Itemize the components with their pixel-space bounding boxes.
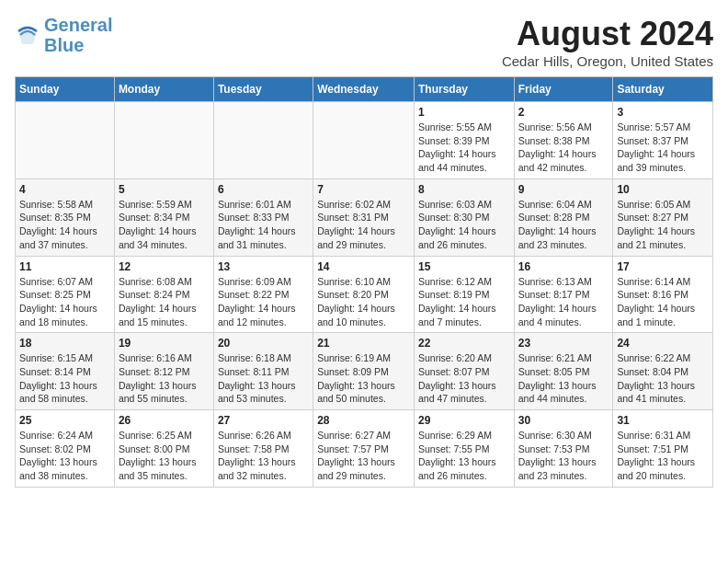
day-info: Sunrise: 6:10 AM Sunset: 8:20 PM Dayligh… <box>317 275 410 329</box>
day-info: Sunrise: 6:09 AM Sunset: 8:22 PM Dayligh… <box>218 275 309 329</box>
day-number: 14 <box>317 260 410 273</box>
day-number: 8 <box>418 183 510 196</box>
calendar-header: Sunday Monday Tuesday Wednesday Thursday… <box>16 77 713 102</box>
day-number: 15 <box>418 260 510 273</box>
calendar-cell: 24Sunrise: 6:22 AM Sunset: 8:04 PM Dayli… <box>613 333 713 410</box>
day-number: 7 <box>317 183 410 196</box>
day-number: 27 <box>218 414 309 427</box>
day-number: 24 <box>617 337 709 350</box>
day-info: Sunrise: 5:56 AM Sunset: 8:38 PM Dayligh… <box>518 121 609 175</box>
day-number: 28 <box>317 414 410 427</box>
calendar-cell: 3Sunrise: 5:57 AM Sunset: 8:37 PM Daylig… <box>613 102 713 179</box>
day-info: Sunrise: 6:20 AM Sunset: 8:07 PM Dayligh… <box>418 351 510 406</box>
calendar-week-5: 25Sunrise: 6:24 AM Sunset: 8:02 PM Dayli… <box>16 410 713 488</box>
calendar-cell: 26Sunrise: 6:25 AM Sunset: 8:00 PM Dayli… <box>114 410 213 488</box>
calendar-body: 1Sunrise: 5:55 AM Sunset: 8:39 PM Daylig… <box>16 102 713 488</box>
calendar-cell: 15Sunrise: 6:12 AM Sunset: 8:19 PM Dayli… <box>414 256 514 333</box>
day-number: 19 <box>119 337 210 350</box>
calendar-cell: 4Sunrise: 5:58 AM Sunset: 8:35 PM Daylig… <box>16 178 115 256</box>
col-sunday: Sunday <box>16 77 115 102</box>
col-wednesday: Wednesday <box>313 77 415 102</box>
day-info: Sunrise: 6:22 AM Sunset: 8:04 PM Dayligh… <box>617 351 709 406</box>
calendar-cell: 1Sunrise: 5:55 AM Sunset: 8:39 PM Daylig… <box>414 102 514 179</box>
calendar-cell: 31Sunrise: 6:31 AM Sunset: 7:51 PM Dayli… <box>613 410 713 488</box>
day-number: 30 <box>518 414 609 427</box>
day-number: 29 <box>418 414 510 427</box>
day-number: 4 <box>19 183 110 196</box>
day-info: Sunrise: 6:08 AM Sunset: 8:24 PM Dayligh… <box>119 275 210 329</box>
calendar-cell <box>213 102 313 179</box>
day-info: Sunrise: 6:27 AM Sunset: 7:57 PM Dayligh… <box>317 429 410 483</box>
calendar-cell: 20Sunrise: 6:18 AM Sunset: 8:11 PM Dayli… <box>213 333 313 410</box>
calendar-cell: 12Sunrise: 6:08 AM Sunset: 8:24 PM Dayli… <box>114 256 213 333</box>
day-number: 16 <box>518 260 609 273</box>
logo-line2: Blue <box>44 35 84 55</box>
col-friday: Friday <box>514 77 613 102</box>
day-info: Sunrise: 6:18 AM Sunset: 8:11 PM Dayligh… <box>218 351 309 406</box>
day-number: 31 <box>617 414 709 427</box>
calendar-cell: 19Sunrise: 6:16 AM Sunset: 8:12 PM Dayli… <box>114 333 213 410</box>
calendar-cell: 10Sunrise: 6:05 AM Sunset: 8:27 PM Dayli… <box>613 178 713 256</box>
day-info: Sunrise: 6:04 AM Sunset: 8:28 PM Dayligh… <box>518 198 609 252</box>
day-number: 6 <box>218 183 309 196</box>
logo-line1: General <box>44 15 112 35</box>
day-number: 12 <box>119 260 210 273</box>
main-title: August 2024 <box>502 15 713 53</box>
day-number: 22 <box>418 337 510 350</box>
day-number: 10 <box>617 183 709 196</box>
day-info: Sunrise: 6:13 AM Sunset: 8:17 PM Dayligh… <box>518 275 609 329</box>
calendar-week-3: 11Sunrise: 6:07 AM Sunset: 8:25 PM Dayli… <box>16 256 713 333</box>
calendar-cell: 7Sunrise: 6:02 AM Sunset: 8:31 PM Daylig… <box>313 178 415 256</box>
calendar-cell: 22Sunrise: 6:20 AM Sunset: 8:07 PM Dayli… <box>414 333 514 410</box>
calendar-cell: 14Sunrise: 6:10 AM Sunset: 8:20 PM Dayli… <box>313 256 415 333</box>
calendar-cell: 11Sunrise: 6:07 AM Sunset: 8:25 PM Dayli… <box>16 256 115 333</box>
col-thursday: Thursday <box>414 77 514 102</box>
calendar-cell: 8Sunrise: 6:03 AM Sunset: 8:30 PM Daylig… <box>414 178 514 256</box>
logo-icon <box>15 22 40 48</box>
day-info: Sunrise: 5:58 AM Sunset: 8:35 PM Dayligh… <box>19 198 110 252</box>
day-info: Sunrise: 6:07 AM Sunset: 8:25 PM Dayligh… <box>19 275 110 329</box>
calendar-cell <box>313 102 415 179</box>
day-number: 1 <box>418 106 510 119</box>
calendar-cell: 21Sunrise: 6:19 AM Sunset: 8:09 PM Dayli… <box>313 333 415 410</box>
day-number: 3 <box>617 106 709 119</box>
logo: General Blue <box>15 15 112 55</box>
day-info: Sunrise: 6:03 AM Sunset: 8:30 PM Dayligh… <box>418 198 510 252</box>
day-info: Sunrise: 6:30 AM Sunset: 7:53 PM Dayligh… <box>518 429 609 483</box>
calendar-cell: 5Sunrise: 5:59 AM Sunset: 8:34 PM Daylig… <box>114 178 213 256</box>
day-number: 23 <box>518 337 609 350</box>
col-monday: Monday <box>114 77 213 102</box>
day-info: Sunrise: 6:05 AM Sunset: 8:27 PM Dayligh… <box>617 198 709 252</box>
day-info: Sunrise: 6:14 AM Sunset: 8:16 PM Dayligh… <box>617 275 709 329</box>
title-area: August 2024 Cedar Hills, Oregon, United … <box>502 15 713 69</box>
day-number: 17 <box>617 260 709 273</box>
day-info: Sunrise: 6:15 AM Sunset: 8:14 PM Dayligh… <box>19 351 110 406</box>
day-number: 25 <box>19 414 110 427</box>
calendar-cell: 28Sunrise: 6:27 AM Sunset: 7:57 PM Dayli… <box>313 410 415 488</box>
day-number: 9 <box>518 183 609 196</box>
day-info: Sunrise: 6:12 AM Sunset: 8:19 PM Dayligh… <box>418 275 510 329</box>
calendar-cell: 23Sunrise: 6:21 AM Sunset: 8:05 PM Dayli… <box>514 333 613 410</box>
calendar-cell: 18Sunrise: 6:15 AM Sunset: 8:14 PM Dayli… <box>16 333 115 410</box>
calendar-table: Sunday Monday Tuesday Wednesday Thursday… <box>15 76 713 488</box>
calendar-cell: 6Sunrise: 6:01 AM Sunset: 8:33 PM Daylig… <box>213 178 313 256</box>
day-number: 21 <box>317 337 410 350</box>
day-number: 18 <box>19 337 110 350</box>
calendar-cell: 2Sunrise: 5:56 AM Sunset: 8:38 PM Daylig… <box>514 102 613 179</box>
calendar-cell: 9Sunrise: 6:04 AM Sunset: 8:28 PM Daylig… <box>514 178 613 256</box>
page-header: General Blue August 2024 Cedar Hills, Or… <box>15 15 713 69</box>
logo-text: General Blue <box>44 15 112 55</box>
day-info: Sunrise: 6:24 AM Sunset: 8:02 PM Dayligh… <box>19 429 110 483</box>
day-info: Sunrise: 5:57 AM Sunset: 8:37 PM Dayligh… <box>617 121 709 175</box>
day-info: Sunrise: 6:29 AM Sunset: 7:55 PM Dayligh… <box>418 429 510 483</box>
day-number: 13 <box>218 260 309 273</box>
subtitle: Cedar Hills, Oregon, United States <box>502 53 713 69</box>
day-info: Sunrise: 6:16 AM Sunset: 8:12 PM Dayligh… <box>119 351 210 406</box>
calendar-cell: 16Sunrise: 6:13 AM Sunset: 8:17 PM Dayli… <box>514 256 613 333</box>
day-number: 2 <box>518 106 609 119</box>
calendar-cell: 27Sunrise: 6:26 AM Sunset: 7:58 PM Dayli… <box>213 410 313 488</box>
day-number: 5 <box>119 183 210 196</box>
day-info: Sunrise: 6:26 AM Sunset: 7:58 PM Dayligh… <box>218 429 309 483</box>
day-info: Sunrise: 6:31 AM Sunset: 7:51 PM Dayligh… <box>617 429 709 483</box>
day-number: 20 <box>218 337 309 350</box>
